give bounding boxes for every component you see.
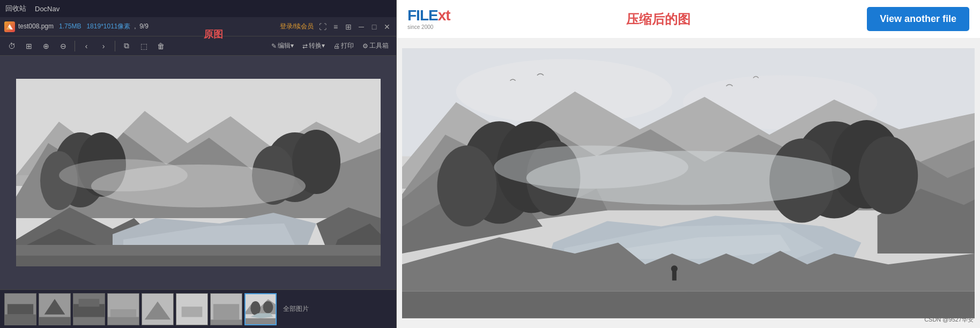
print-icon: 🖨 — [333, 42, 340, 50]
svg-rect-21 — [16, 256, 381, 266]
svg-rect-46 — [246, 318, 276, 324]
logo-xt: xt — [438, 7, 450, 24]
logo-e: E — [428, 7, 438, 24]
mountain-icon — [6, 23, 13, 31]
filext-image-container — [402, 44, 975, 323]
window-controls: ⛶ ≡ ⊞ ─ □ ✕ — [318, 22, 392, 32]
svg-rect-30 — [79, 299, 100, 307]
svg-point-66 — [494, 145, 688, 189]
close-btn[interactable]: ✕ — [382, 22, 392, 32]
thumb-8-img — [246, 294, 276, 324]
filext-page-title: 压缩后的图 — [461, 11, 857, 28]
file-name: test008.pgm 1.75MB 1819*1011像素 , 9/9 — [18, 22, 149, 31]
tools-icon: ⚙ — [362, 42, 368, 50]
copy-btn[interactable]: ⧉ — [119, 39, 134, 54]
zoom-out-btn[interactable]: ⊖ — [56, 39, 71, 54]
titlebar: 回收站 DocNav — [0, 0, 396, 17]
thumb-2-img — [39, 294, 70, 325]
thumb-1-img — [5, 294, 36, 325]
maximize-btn[interactable]: □ — [369, 22, 379, 32]
app-header: test008.pgm 1.75MB 1819*1011像素 , 9/9 登录/… — [0, 17, 396, 36]
svg-rect-71 — [402, 292, 975, 318]
svg-point-73 — [671, 265, 678, 272]
svg-rect-33 — [108, 317, 139, 325]
file-dims-link[interactable]: 1819*1011像素 — [86, 23, 130, 30]
next-btn[interactable]: › — [96, 39, 111, 54]
svg-rect-23 — [8, 304, 33, 314]
svg-point-43 — [250, 301, 261, 315]
thumb-5-img — [142, 294, 173, 325]
svg-rect-37 — [182, 307, 203, 317]
toolbar: ⏱ ⊞ ⊕ ⊖ ‹ › ⧉ ⬚ 🗑 ✎ 编辑▾ ⇄ 转换▾ 🖨 打印 ⚙ — [0, 36, 396, 56]
print-btn[interactable]: 🖨 打印 — [330, 39, 357, 53]
compressed-image-svg — [402, 44, 975, 323]
minimize-btn[interactable]: ─ — [357, 22, 366, 32]
filext-header: FILExt since 2000 压缩后的图 View another fil… — [397, 0, 980, 39]
right-panel: FILExt since 2000 压缩后的图 View another fil… — [397, 0, 980, 328]
pin-btn[interactable]: ⊞ — [344, 22, 353, 32]
thumb-7[interactable] — [210, 293, 242, 325]
logo-fil: FIL — [407, 7, 428, 24]
all-images-label[interactable]: 全部图片 — [283, 304, 309, 314]
landscape-svg — [16, 79, 381, 266]
svg-rect-32 — [110, 309, 136, 317]
filext-since: since 2000 — [407, 24, 433, 30]
thumb-3-img — [73, 294, 105, 325]
svg-rect-24 — [5, 314, 36, 324]
divider-1 — [75, 41, 75, 51]
thumb-4[interactable] — [107, 293, 139, 325]
thumb-7-img — [211, 294, 242, 325]
tools-menu[interactable]: ⚙ 工具箱 — [359, 39, 392, 53]
divider-2 — [115, 41, 115, 51]
convert-icon: ⇄ — [302, 42, 308, 50]
zoom-in-btn[interactable]: ⊕ — [39, 39, 54, 54]
header-controls: 登录/续会员 ⛶ ≡ ⊞ ─ □ ✕ — [280, 22, 392, 32]
thumb-4-img — [108, 294, 139, 325]
thumb-5[interactable] — [142, 293, 174, 325]
yuantu-label: 原图 — [204, 28, 223, 41]
thumb-6-img — [176, 294, 207, 325]
menu-btn[interactable]: ≡ — [331, 22, 340, 32]
file-size-link[interactable]: 1.75MB — [59, 23, 81, 30]
filext-logo: FILExt since 2000 — [407, 8, 450, 30]
user-login-btn[interactable]: 登录/续会员 — [280, 22, 314, 31]
app-icon — [4, 21, 15, 32]
watermark: CSDN @9527华安 — [924, 316, 974, 324]
thumb-1[interactable] — [4, 293, 36, 325]
svg-point-44 — [263, 301, 273, 313]
svg-point-58 — [437, 145, 496, 226]
paste-btn[interactable]: ⬚ — [136, 39, 151, 54]
thumb-3[interactable] — [73, 293, 105, 325]
filext-image-area: CSDN @9527华安 — [397, 39, 980, 328]
toolbar-right: ✎ 编辑▾ ⇄ 转换▾ 🖨 打印 ⚙ 工具箱 — [268, 39, 392, 53]
main-image — [16, 79, 381, 266]
grid-btn[interactable]: ⊞ — [21, 39, 36, 54]
convert-menu[interactable]: ⇄ 转换▾ — [299, 39, 328, 53]
titlebar-recycle[interactable]: 回收站 — [5, 4, 26, 13]
svg-point-64 — [858, 136, 918, 214]
thumb-6[interactable] — [176, 293, 208, 325]
thumb-8-active[interactable] — [244, 293, 277, 325]
time-btn[interactable]: ⏱ — [4, 39, 19, 54]
thumbnail-bar: 全部图片 — [0, 289, 396, 328]
edit-icon: ✎ — [271, 42, 277, 50]
fullscreen-btn[interactable]: ⛶ — [318, 22, 328, 32]
filext-logo-text: FILExt — [407, 8, 450, 23]
prev-btn[interactable]: ‹ — [79, 39, 94, 54]
delete-btn[interactable]: 🗑 — [153, 39, 168, 54]
svg-rect-39 — [213, 304, 239, 319]
thumb-2[interactable] — [39, 293, 71, 325]
left-panel: 回收站 DocNav test008.pgm 1.75MB 1819*1011像… — [0, 0, 397, 328]
titlebar-docnav[interactable]: DocNav — [35, 5, 60, 13]
main-image-area — [0, 56, 396, 289]
svg-point-19 — [59, 159, 188, 191]
svg-rect-40 — [211, 319, 242, 325]
svg-rect-27 — [39, 317, 70, 325]
edit-menu[interactable]: ✎ 编辑▾ — [268, 39, 297, 53]
view-another-file-button[interactable]: View another file — [867, 7, 969, 31]
